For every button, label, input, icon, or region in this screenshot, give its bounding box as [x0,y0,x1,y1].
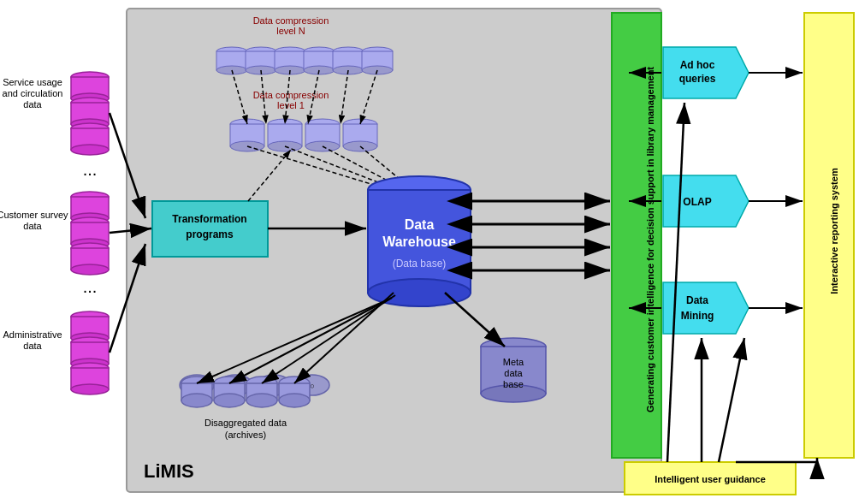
svg-rect-63 [71,128,109,150]
svg-point-6 [216,66,247,74]
svg-point-71 [71,213,109,223]
svg-rect-129 [612,13,661,458]
svg-line-93 [110,228,151,233]
svg-text:Disaggregated data: Disaggregated data [204,418,287,428]
svg-point-122 [279,394,310,407]
svg-point-7 [246,47,276,56]
svg-point-89 [71,384,109,394]
svg-text:data: data [23,221,42,231]
svg-point-119 [246,394,277,407]
diagram-svg: LiMIS Data compression level N Data comp… [0,0,859,504]
svg-text:...: ... [83,160,98,179]
svg-text:Warehouse: Warehouse [382,234,456,249]
svg-point-59 [71,98,109,108]
svg-rect-70 [71,197,109,218]
svg-line-38 [285,70,290,124]
svg-rect-118 [246,383,277,400]
svg-rect-17 [333,51,364,70]
svg-point-61 [71,119,109,129]
svg-point-62 [71,123,109,133]
svg-line-95 [248,150,291,201]
svg-point-84 [71,337,109,347]
svg-rect-88 [71,368,109,389]
svg-point-103 [180,375,214,395]
svg-text:Data compression: Data compression [253,15,329,26]
svg-point-114 [214,377,245,390]
svg-rect-73 [71,222,109,244]
svg-rect-135 [804,13,854,458]
svg-line-154 [719,338,744,462]
svg-text:Service usage: Service usage [3,77,62,87]
svg-text:data: data [23,99,42,110]
svg-line-44 [323,146,402,188]
svg-point-107 [257,375,291,395]
svg-rect-151 [625,462,796,495]
svg-line-39 [308,70,319,124]
svg-point-113 [181,394,212,407]
svg-point-111 [181,377,212,390]
svg-point-58 [71,93,109,104]
svg-text:○: ○ [233,382,237,390]
svg-rect-28 [268,124,302,146]
svg-line-157 [667,103,684,462]
svg-point-46 [368,176,471,204]
svg-point-30 [305,119,340,129]
svg-rect-0 [127,9,661,492]
svg-point-4 [216,47,247,56]
svg-point-13 [304,47,335,56]
svg-line-128 [197,299,388,383]
svg-point-56 [71,72,109,82]
svg-point-24 [230,119,264,129]
svg-marker-144 [663,282,749,334]
svg-rect-97 [481,347,546,394]
svg-point-16 [333,47,364,56]
svg-point-15 [304,66,335,74]
svg-rect-112 [181,383,212,400]
svg-point-32 [305,141,340,151]
svg-rect-31 [305,124,340,146]
svg-text:Ad hoc: Ad hoc [680,59,715,71]
svg-rect-34 [343,124,377,146]
svg-text:level N: level N [276,26,305,36]
svg-text:OLAP: OLAP [683,196,711,208]
svg-rect-5 [216,51,247,70]
svg-point-21 [362,66,393,74]
svg-rect-14 [304,51,335,70]
svg-point-77 [71,264,109,275]
svg-line-92 [110,113,145,218]
svg-text:Data compression: Data compression [253,90,329,100]
main-diagram: LiMIS Data compression level N Data comp… [0,0,859,504]
svg-point-116 [214,394,245,407]
svg-text:data: data [504,368,523,378]
svg-text:○: ○ [310,382,314,390]
svg-line-36 [232,70,247,124]
svg-point-72 [71,217,109,228]
svg-text:data: data [23,341,42,351]
svg-point-19 [362,47,393,56]
svg-text:Data: Data [405,217,435,232]
svg-point-86 [71,359,109,369]
svg-text:Generating customer intelligen: Generating customer intelligence for dec… [645,67,655,412]
svg-point-35 [343,141,377,151]
svg-point-81 [71,311,109,322]
svg-rect-20 [362,51,393,70]
svg-point-12 [275,66,305,74]
svg-text:(archives): (archives) [225,430,266,440]
svg-rect-25 [230,124,264,146]
svg-rect-60 [71,103,109,124]
svg-marker-137 [663,47,749,98]
svg-point-83 [71,333,109,343]
svg-text:Administrative: Administrative [3,329,62,340]
svg-text:...: ... [83,277,98,296]
svg-point-64 [71,145,109,155]
svg-rect-52 [152,201,268,257]
svg-line-102 [445,293,505,347]
svg-point-96 [481,338,546,355]
svg-rect-76 [71,248,109,270]
svg-text:level 1: level 1 [277,100,305,110]
svg-line-45 [360,146,411,188]
svg-text:○: ○ [271,382,275,390]
svg-text:Meta: Meta [503,357,524,367]
svg-text:and circulation: and circulation [3,88,63,98]
svg-text:Interactive reporting system: Interactive reporting system [829,168,839,294]
